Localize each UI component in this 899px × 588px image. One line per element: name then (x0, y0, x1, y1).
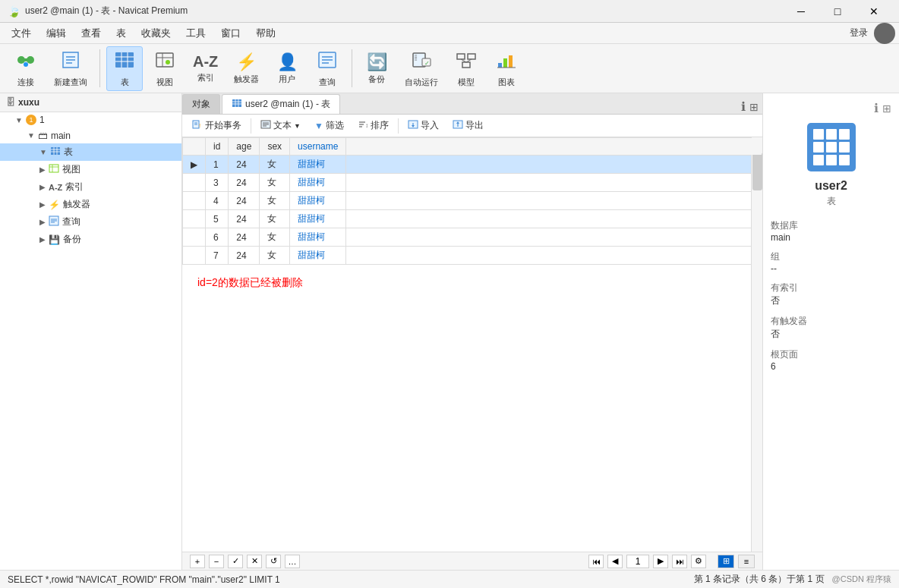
begin-transaction-button[interactable]: ! 开始事务 (186, 118, 248, 134)
cell-username[interactable]: 甜甜柯 (290, 247, 346, 265)
list-view-button[interactable]: ≡ (738, 555, 755, 568)
table-row[interactable]: 524女甜甜柯 (183, 210, 762, 228)
cell-id[interactable]: 6 (206, 228, 229, 247)
refresh-button[interactable]: ↺ (266, 555, 281, 568)
import-button[interactable]: 导入 (402, 118, 445, 134)
last-page-button[interactable]: ⏭ (672, 555, 687, 568)
menu-edit[interactable]: 编辑 (39, 24, 74, 43)
cell-sex[interactable]: 女 (260, 247, 290, 265)
tool-trigger[interactable]: ⚡ 触发器 (228, 50, 265, 87)
cell-sex[interactable]: 女 (260, 156, 290, 174)
table-row[interactable]: 424女甜甜柯 (183, 192, 762, 210)
export-button[interactable]: 导出 (446, 118, 490, 134)
cell-age[interactable]: 24 (229, 192, 260, 210)
sidebar-item-tables[interactable]: ▼ 表 (0, 143, 181, 161)
cell-sex[interactable]: 女 (260, 228, 290, 247)
cell-age[interactable]: 24 (229, 156, 260, 174)
cell-age[interactable]: 24 (229, 174, 260, 192)
view-icon (154, 49, 175, 75)
info-panel-info-icon[interactable]: ℹ (874, 101, 878, 115)
add-row-button[interactable]: + (190, 555, 205, 568)
tool-query[interactable]: 查询 (309, 47, 345, 90)
info-group-label: 组 (771, 250, 891, 263)
col-header-sex[interactable]: sex (260, 138, 290, 156)
col-header-id[interactable]: id (206, 138, 229, 156)
confirm-button[interactable]: ✓ (228, 555, 243, 568)
cell-id[interactable]: 7 (206, 247, 229, 265)
sidebar-item-backups[interactable]: ▶ 💾 备份 (0, 231, 181, 248)
tool-model[interactable]: 模型 (448, 47, 484, 90)
col-header-username[interactable]: username (290, 138, 346, 156)
tool-index[interactable]: A-Z 索引 (187, 51, 224, 86)
cell-sex[interactable]: 女 (260, 210, 290, 228)
tool-connect[interactable]: 连接 (8, 47, 44, 90)
scrollbar-thumb[interactable] (752, 153, 762, 190)
tool-new-query[interactable]: 新建查询 (48, 47, 93, 90)
status-bar: SELECT *,rowid "NAVICAT_ROWID" FROM "mai… (0, 570, 899, 588)
info-icon[interactable]: ℹ (741, 99, 746, 114)
grid-view-button[interactable]: ⊞ (718, 555, 734, 568)
page-number-input[interactable] (626, 555, 649, 568)
login-button[interactable]: 登录 (850, 27, 868, 39)
menu-favorites[interactable]: 收藏夹 (134, 24, 178, 43)
maximize-button[interactable]: □ (820, 0, 855, 23)
delete-row-button[interactable]: − (209, 555, 224, 568)
table-row[interactable]: 724女甜甜柯 (183, 247, 762, 265)
cell-id[interactable]: 3 (206, 174, 229, 192)
sidebar-item-connection[interactable]: ▼ 1 1 (0, 112, 181, 127)
text-button[interactable]: 文本 ▼ (254, 118, 307, 134)
menu-table[interactable]: 表 (109, 24, 134, 43)
cell-username[interactable]: 甜甜柯 (290, 228, 346, 247)
sidebar-item-views[interactable]: ▶ 视图 (0, 161, 181, 178)
tool-backup[interactable]: 🔄 备份 (358, 50, 395, 87)
cell-id[interactable]: 5 (206, 210, 229, 228)
minimize-button[interactable]: ─ (784, 0, 819, 23)
trigger-icon: ⚡ (236, 52, 257, 72)
cell-id[interactable]: 1 (206, 156, 229, 174)
tab-table[interactable]: user2 @main (1) - 表 (222, 94, 340, 114)
cell-sex[interactable]: 女 (260, 174, 290, 192)
menu-view[interactable]: 查看 (74, 24, 109, 43)
more-button[interactable]: … (285, 555, 300, 568)
svg-point-16 (166, 60, 170, 64)
sidebar-item-triggers[interactable]: ▶ ⚡ 触发器 (0, 196, 181, 213)
col-header-age[interactable]: age (229, 138, 260, 156)
tool-user[interactable]: 👤 用户 (269, 50, 305, 87)
cancel-edit-button[interactable]: ✕ (247, 555, 262, 568)
prev-page-button[interactable]: ◀ (607, 555, 623, 568)
table-row[interactable]: ▶124女甜甜柯 (183, 156, 762, 174)
first-page-button[interactable]: ⏮ (588, 555, 604, 568)
menu-tools[interactable]: 工具 (178, 24, 213, 43)
menu-window[interactable]: 窗口 (213, 24, 248, 43)
tab-objects[interactable]: 对象 (182, 94, 220, 114)
menu-file[interactable]: 文件 (4, 24, 39, 43)
tool-view[interactable]: 视图 (147, 47, 183, 90)
sort-button[interactable]: ↕ 排序 (352, 118, 395, 134)
filter-button[interactable]: ▼ 筛选 (308, 118, 350, 134)
tool-table[interactable]: 表 (106, 46, 143, 91)
cell-age[interactable]: 24 (229, 247, 260, 265)
close-button[interactable]: ✕ (856, 0, 891, 23)
cell-age[interactable]: 24 (229, 228, 260, 247)
menu-help[interactable]: 帮助 (248, 24, 283, 43)
expand-icon[interactable]: ⊞ (749, 101, 759, 113)
cell-id[interactable]: 4 (206, 192, 229, 210)
scrollbar-track[interactable] (751, 137, 762, 552)
info-panel-expand-icon[interactable]: ⊞ (882, 102, 891, 115)
user-avatar[interactable] (874, 23, 895, 44)
cell-username[interactable]: 甜甜柯 (290, 192, 346, 210)
table-row[interactable]: 624女甜甜柯 (183, 228, 762, 247)
cell-username[interactable]: 甜甜柯 (290, 156, 346, 174)
table-row[interactable]: 324女甜甜柯 (183, 174, 762, 192)
cell-age[interactable]: 24 (229, 210, 260, 228)
sidebar-item-queries[interactable]: ▶ 查询 (0, 213, 181, 231)
page-settings-button[interactable]: ⚙ (691, 555, 706, 568)
tool-auto-run[interactable]: ✓ ≡ ≡ 自动运行 (399, 47, 444, 90)
sidebar-item-main[interactable]: ▼ 🗃 main (0, 127, 181, 143)
sidebar-item-indexes[interactable]: ▶ A-Z 索引 (0, 178, 181, 196)
cell-sex[interactable]: 女 (260, 192, 290, 210)
cell-username[interactable]: 甜甜柯 (290, 174, 346, 192)
tool-chart[interactable]: 图表 (488, 47, 525, 90)
next-page-button[interactable]: ▶ (653, 555, 668, 568)
cell-username[interactable]: 甜甜柯 (290, 210, 346, 228)
